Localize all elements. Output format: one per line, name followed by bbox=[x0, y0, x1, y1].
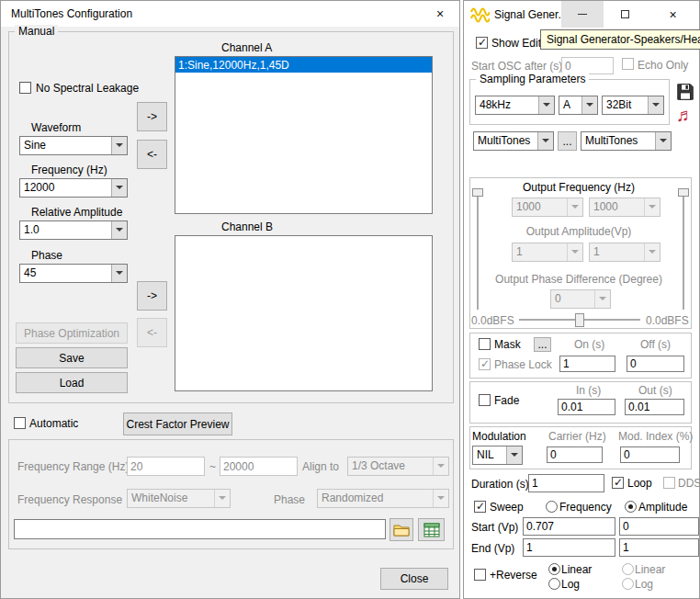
sweep-checkbox[interactable] bbox=[474, 501, 486, 513]
chevron-down-icon[interactable] bbox=[655, 132, 671, 150]
music-editor-button[interactable]: ♬ bbox=[674, 104, 696, 126]
remove-from-channel-b-button: <- bbox=[137, 318, 167, 347]
save-button[interactable]: Save bbox=[16, 347, 128, 368]
relative-amplitude-combobox[interactable]: 1.0 bbox=[19, 220, 128, 240]
modulation-type-combobox[interactable]: NIL bbox=[472, 446, 523, 465]
remove-from-channel-a-button[interactable]: <- bbox=[137, 140, 167, 169]
close-button[interactable]: × bbox=[421, 1, 459, 27]
mask-off-input[interactable] bbox=[627, 356, 684, 372]
linear-radio[interactable] bbox=[548, 563, 560, 575]
mask-on-input[interactable] bbox=[559, 356, 615, 372]
mod-index-input[interactable] bbox=[620, 446, 680, 463]
sweep-amplitude-label[interactable]: Amplitude bbox=[638, 501, 687, 514]
preview-grid-button[interactable] bbox=[418, 518, 445, 541]
chevron-down-icon[interactable] bbox=[111, 179, 127, 197]
close-button[interactable]: × bbox=[646, 1, 700, 28]
maximize-button[interactable] bbox=[604, 1, 646, 28]
phase-combobox[interactable]: 45 bbox=[19, 264, 128, 283]
slider-thumb[interactable] bbox=[678, 188, 689, 197]
channel-b-listbox[interactable] bbox=[175, 235, 433, 391]
sweep-frequency-radio[interactable] bbox=[546, 501, 558, 513]
waveform-b-combobox[interactable]: MultiTones bbox=[581, 131, 672, 151]
waveform-combobox[interactable]: Sine bbox=[19, 136, 128, 155]
multitones-titlebar[interactable]: MultiTones Configuration × bbox=[1, 1, 459, 27]
no-spectral-leakage-label[interactable]: No Spectral Leakage bbox=[36, 82, 139, 95]
align-to-value: 1/3 Octave bbox=[348, 458, 433, 475]
reverse-label[interactable]: +Reverse bbox=[490, 569, 537, 582]
add-to-channel-b-button[interactable]: -> bbox=[137, 281, 167, 311]
sweep-frequency-label[interactable]: Frequency bbox=[559, 501, 612, 514]
right-level-slider[interactable] bbox=[677, 186, 690, 311]
bit-depth-value: 32Bit bbox=[603, 96, 648, 114]
sweep-end-input-a[interactable] bbox=[523, 538, 615, 557]
output-frequency-b-value: 1000 bbox=[590, 198, 644, 216]
fade-checkbox[interactable] bbox=[479, 394, 491, 406]
frequency-combobox[interactable]: 12000 bbox=[19, 178, 128, 198]
automatic-checkbox[interactable] bbox=[14, 417, 26, 429]
mask-config-button[interactable]: ... bbox=[534, 337, 551, 352]
sample-rate-combobox[interactable]: 48kHz bbox=[475, 96, 555, 115]
balance-slider[interactable] bbox=[517, 313, 642, 327]
carrier-input[interactable] bbox=[547, 446, 603, 463]
sweep-end-input-b[interactable] bbox=[619, 538, 699, 557]
loop-label[interactable]: Loop bbox=[627, 477, 652, 490]
bit-depth-combobox[interactable]: 32Bit bbox=[602, 96, 664, 115]
fade-label[interactable]: Fade bbox=[494, 394, 519, 407]
reverse-checkbox[interactable] bbox=[474, 569, 486, 581]
chevron-down-icon[interactable] bbox=[111, 137, 127, 154]
show-editor-checkbox[interactable] bbox=[476, 37, 488, 49]
sweep-amplitude-radio[interactable] bbox=[625, 501, 637, 513]
phase-lock-label: Phase Lock bbox=[494, 358, 552, 371]
output-amplitude-b-value: 1 bbox=[590, 243, 644, 261]
channel-a-listbox[interactable]: 1:Sine,12000Hz,1,45D bbox=[175, 56, 433, 214]
slider-thumb[interactable] bbox=[472, 188, 483, 197]
channel-combobox[interactable]: A bbox=[559, 96, 598, 115]
fade-in-input[interactable] bbox=[558, 399, 615, 415]
signal-generator-titlebar[interactable]: Signal Gener... × bbox=[464, 1, 699, 28]
close-icon: × bbox=[436, 7, 444, 20]
automatic-label[interactable]: Automatic bbox=[29, 417, 78, 430]
mask-label[interactable]: Mask bbox=[494, 338, 521, 351]
slider-thumb[interactable] bbox=[575, 313, 584, 327]
crest-factor-preview-button[interactable]: Crest Factor Preview bbox=[123, 413, 232, 435]
sweep-label[interactable]: Sweep bbox=[490, 501, 524, 514]
log-radio[interactable] bbox=[548, 578, 560, 590]
add-to-channel-a-button[interactable]: -> bbox=[137, 102, 167, 131]
save-settings-button[interactable] bbox=[673, 80, 697, 104]
chevron-down-icon[interactable] bbox=[648, 96, 663, 114]
log-label[interactable]: Log bbox=[561, 578, 580, 591]
auto-phase-label: Phase bbox=[274, 493, 305, 506]
log2-radio bbox=[622, 578, 634, 590]
left-level-slider[interactable] bbox=[471, 186, 484, 311]
chevron-down-icon[interactable] bbox=[506, 446, 522, 464]
chevron-down-icon[interactable] bbox=[537, 132, 553, 150]
chevron-down-icon[interactable] bbox=[111, 265, 127, 282]
chevron-down-icon[interactable] bbox=[538, 96, 554, 114]
duration-input[interactable] bbox=[528, 474, 604, 492]
sweep-start-input-b[interactable] bbox=[619, 517, 699, 536]
output-amplitude-b-combobox: 1 bbox=[589, 243, 660, 262]
close-dialog-button[interactable]: Close bbox=[380, 568, 448, 590]
browse-file-button[interactable] bbox=[390, 518, 413, 541]
minimize-button[interactable] bbox=[561, 1, 604, 28]
chevron-down-icon[interactable] bbox=[111, 221, 127, 239]
channel-a-selected-item[interactable]: 1:Sine,12000Hz,1,45D bbox=[175, 57, 432, 73]
phase-difference-value: 0 bbox=[551, 290, 594, 308]
chevron-down-icon bbox=[214, 490, 230, 507]
loop-checkbox[interactable] bbox=[612, 477, 624, 489]
fade-out-input[interactable] bbox=[625, 399, 684, 415]
log2-label: Log bbox=[635, 578, 653, 591]
chevron-down-icon bbox=[433, 458, 448, 475]
no-spectral-leakage-checkbox[interactable] bbox=[19, 82, 31, 94]
sweep-start-input-a[interactable] bbox=[523, 517, 615, 536]
waveform-a-combobox[interactable]: MultiTones bbox=[473, 131, 554, 151]
align-to-label: Align to bbox=[302, 460, 339, 473]
load-button[interactable]: Load bbox=[16, 372, 128, 393]
file-path-input[interactable] bbox=[14, 519, 386, 539]
linear-label[interactable]: Linear bbox=[561, 563, 592, 576]
mask-checkbox[interactable] bbox=[479, 338, 491, 350]
chevron-down-icon[interactable] bbox=[581, 96, 597, 114]
carrier-label: Carrier (Hz) bbox=[548, 430, 606, 443]
multitones-config-button[interactable]: ... bbox=[558, 131, 577, 151]
sample-rate-value: 48kHz bbox=[476, 96, 538, 114]
